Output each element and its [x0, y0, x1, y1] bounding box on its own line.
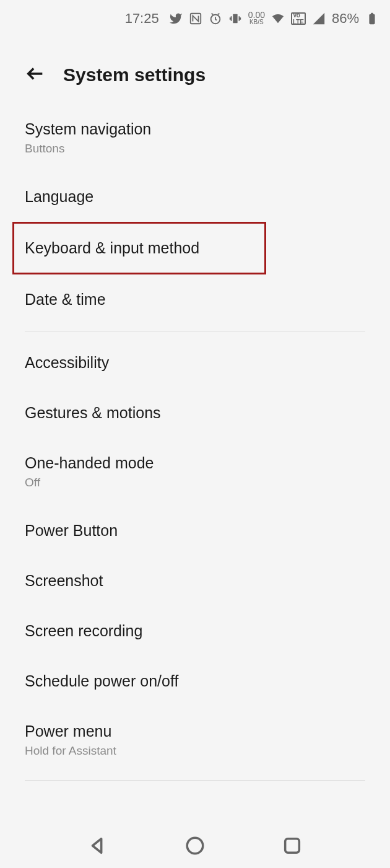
page-header: System settings: [0, 37, 390, 104]
divider: [25, 331, 365, 331]
nfc-icon: [189, 12, 202, 25]
battery-percent: 86%: [332, 11, 359, 27]
divider: [25, 780, 365, 781]
item-schedule-power[interactable]: Schedule power on/off: [0, 656, 390, 706]
item-label: One-handed mode: [25, 454, 365, 472]
item-keyboard-input-method[interactable]: Keyboard & input method: [0, 222, 390, 274]
item-label: Date & time: [25, 291, 365, 309]
item-label: System navigation: [25, 120, 365, 138]
item-power-menu[interactable]: Power menu Hold for Assistant: [0, 706, 390, 774]
navigation-bar: [0, 826, 390, 868]
item-gestures-motions[interactable]: Gestures & motions: [0, 388, 390, 438]
twitter-icon: [169, 12, 183, 25]
item-screenshot[interactable]: Screenshot: [0, 556, 390, 606]
nav-recents-button[interactable]: [282, 835, 303, 859]
item-label: Power Button: [25, 522, 365, 540]
item-system-navigation[interactable]: System navigation Buttons: [0, 104, 390, 172]
battery-icon: [365, 12, 379, 25]
svg-rect-4: [371, 13, 373, 15]
back-button[interactable]: [25, 63, 46, 87]
item-label: Gestures & motions: [25, 404, 365, 422]
svg-rect-2: [233, 14, 237, 24]
settings-list: System navigation Buttons Language Keybo…: [0, 104, 390, 826]
vibrate-icon: [228, 12, 242, 25]
volte-icon: VoLTE: [291, 12, 306, 25]
item-label: Accessibility: [25, 354, 365, 372]
status-bar: 17:25 0.00KB/S VoLTE 86%: [0, 0, 390, 37]
item-accessibility[interactable]: Accessibility: [0, 338, 390, 388]
nav-home-button[interactable]: [184, 835, 206, 859]
signal-icon: [312, 12, 326, 25]
item-language[interactable]: Language: [0, 172, 390, 222]
svg-point-5: [187, 838, 203, 854]
item-power-button[interactable]: Power Button: [0, 506, 390, 556]
status-time: 17:25: [125, 11, 159, 27]
item-screen-recording[interactable]: Screen recording: [0, 606, 390, 656]
svg-rect-6: [285, 839, 299, 853]
item-label: Schedule power on/off: [25, 672, 365, 690]
item-one-handed-mode[interactable]: One-handed mode Off: [0, 438, 390, 506]
item-sub: Buttons: [25, 142, 365, 156]
item-label: Language: [25, 188, 365, 206]
item-label: Screenshot: [25, 572, 365, 590]
svg-rect-3: [369, 14, 375, 24]
item-label: Keyboard & input method: [25, 239, 365, 257]
page-title: System settings: [63, 64, 206, 85]
data-rate: 0.00KB/S: [248, 11, 265, 26]
nav-back-button[interactable]: [87, 835, 108, 859]
alarm-icon: [209, 12, 222, 25]
item-sub: Hold for Assistant: [25, 744, 365, 758]
item-label: Screen recording: [25, 622, 365, 640]
item-label: Power menu: [25, 722, 365, 740]
item-date-time[interactable]: Date & time: [0, 274, 390, 325]
item-sub: Off: [25, 476, 365, 489]
wifi-icon: [271, 12, 285, 25]
